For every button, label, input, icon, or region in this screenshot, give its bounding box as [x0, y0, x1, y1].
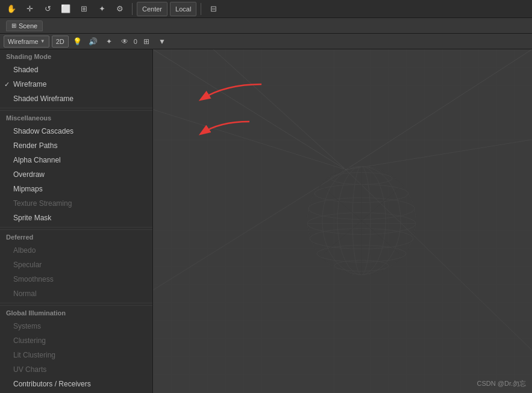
menu-item-uv-charts: UV Charts [0, 362, 152, 377]
menu-item-sprite-mask[interactable]: Sprite Mask [0, 211, 152, 225]
gi-section-header: Global Illumination [0, 305, 152, 319]
scene-tab[interactable]: ⊞ Scene [6, 20, 43, 31]
menu-item-shaded[interactable]: Shaded [0, 63, 152, 77]
center-pivot-button[interactable]: Center [137, 2, 167, 16]
shaded-label: Shaded [13, 66, 38, 74]
menu-item-alpha-channel[interactable]: Alpha Channel [0, 153, 152, 167]
top-toolbar: ✋ ✛ ↺ ⬜ ⊞ ✦ ⚙ Center Local ⊟ [0, 0, 532, 18]
transform-tool-button[interactable]: ✦ [94, 2, 110, 16]
uv-charts-label: UV Charts [13, 365, 46, 374]
albedo-label: Albedo [13, 246, 36, 255]
menu-item-smoothness: Smoothness [0, 272, 152, 286]
shading-mode-dropdown[interactable]: Wireframe ▼ [4, 36, 49, 48]
local-label: Local [175, 5, 191, 13]
menu-item-shadow-cascades[interactable]: Shadow Cascades [0, 124, 152, 138]
watermark-text: CSDN @Dr.勿忘 [477, 380, 526, 387]
move-tool-button[interactable]: ✛ [22, 2, 37, 16]
shaded-wireframe-label: Shaded Wireframe [13, 94, 74, 103]
texture-streaming-label: Texture Streaming [13, 199, 72, 208]
visibility-count: 0 [134, 38, 137, 45]
scene-bar: ⊞ Scene [0, 18, 532, 34]
menu-item-specular: Specular [0, 258, 152, 272]
normal-label: Normal [13, 289, 37, 298]
visibility-toggle-button[interactable]: 👁 [118, 36, 131, 48]
overdraw-label: Overdraw [13, 170, 45, 179]
shading-dropdown-arrow: ▼ [40, 39, 45, 44]
mipmaps-label: Mipmaps [13, 185, 43, 193]
alpha-channel-label: Alpha Channel [13, 156, 61, 164]
custom-tool-button[interactable]: ⚙ [112, 2, 128, 16]
menu-item-lit-clustering: Lit Clustering [0, 348, 152, 362]
menu-item-contributors-receivers[interactable]: Contributors / Receivers [0, 377, 152, 391]
menu-item-render-paths[interactable]: Render Paths [0, 138, 152, 153]
wireframe-label: Wireframe [13, 80, 46, 88]
divider-2 [0, 227, 152, 227]
main-area: Shading Mode Shaded Wireframe Shaded Wir… [0, 49, 532, 393]
more-options-button[interactable]: ▼ [155, 36, 169, 48]
scene-tab-label: Scene [19, 22, 37, 29]
scale-tool-button[interactable]: ⬜ [58, 2, 74, 16]
miscellaneous-section-header: Miscellaneous [0, 110, 152, 124]
divider-1 [0, 108, 152, 108]
gizmo-toggle-button[interactable]: ⊞ [140, 36, 153, 48]
wireframe-sphere [301, 160, 422, 282]
menu-item-texture-streaming: Texture Streaming [0, 196, 152, 211]
sphere-svg [301, 160, 422, 280]
specular-label: Specular [13, 261, 42, 269]
menu-item-shaded-wireframe[interactable]: Shaded Wireframe [0, 91, 152, 106]
local-global-button[interactable]: Local [170, 2, 196, 16]
2d-label: 2D [56, 38, 64, 45]
lit-clustering-label: Lit Clustering [13, 351, 55, 359]
menu-item-wireframe[interactable]: Wireframe [0, 77, 152, 91]
3d-viewport[interactable]: CSDN @Dr.勿忘 [153, 49, 532, 393]
menu-item-mipmaps[interactable]: Mipmaps [0, 182, 152, 196]
center-label: Center [142, 5, 162, 13]
2d-toggle-button[interactable]: 2D [52, 36, 69, 48]
toolbar-separator-1 [132, 3, 133, 15]
contributors-receivers-label: Contributors / Receivers [13, 380, 91, 388]
smoothness-label: Smoothness [13, 275, 54, 283]
shading-mode-section-header: Shading Mode [0, 49, 152, 63]
shading-mode-label: Wireframe [8, 38, 39, 45]
light-toggle-button[interactable]: 💡 [71, 36, 84, 48]
shadow-cascades-label: Shadow Cascades [13, 127, 74, 135]
rotate-tool-button[interactable]: ↺ [40, 2, 55, 16]
menu-item-normal: Normal [0, 286, 152, 301]
shading-dropdown-menu: Shading Mode Shaded Wireframe Shaded Wir… [0, 49, 153, 393]
hand-tool-button[interactable]: ✋ [4, 2, 19, 16]
pivot-icon-button[interactable]: ⊟ [205, 2, 221, 16]
toolbar-separator-2 [201, 3, 201, 15]
watermark: CSDN @Dr.勿忘 [477, 379, 526, 388]
clustering-label: Clustering [13, 336, 46, 345]
second-toolbar: Wireframe ▼ 2D 💡 🔊 ✦ 👁 0 ⊞ ▼ [0, 34, 532, 49]
effects-toggle-button[interactable]: ✦ [102, 36, 116, 48]
sprite-mask-label: Sprite Mask [13, 214, 51, 222]
deferred-section-header: Deferred [0, 229, 152, 243]
menu-item-clustering: Clustering [0, 333, 152, 348]
render-paths-label: Render Paths [13, 141, 57, 150]
menu-item-overdraw[interactable]: Overdraw [0, 167, 152, 182]
rect-tool-button[interactable]: ⊞ [76, 2, 92, 16]
divider-3 [0, 303, 152, 303]
menu-item-systems: Systems [0, 319, 152, 333]
scene-grid-icon: ⊞ [11, 22, 16, 29]
systems-label: Systems [13, 322, 41, 330]
menu-item-albedo: Albedo [0, 243, 152, 258]
audio-toggle-button[interactable]: 🔊 [87, 36, 100, 48]
